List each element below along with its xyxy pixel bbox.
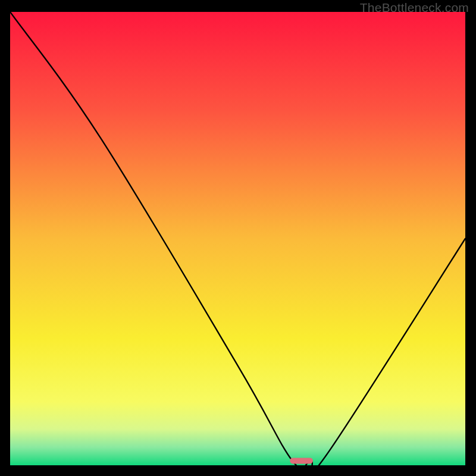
chart-svg <box>10 12 465 465</box>
chart-stage: TheBottleneck.com <box>0 0 476 476</box>
chart-frame <box>10 12 465 465</box>
chart-background <box>10 12 465 465</box>
optimal-marker <box>290 458 313 464</box>
